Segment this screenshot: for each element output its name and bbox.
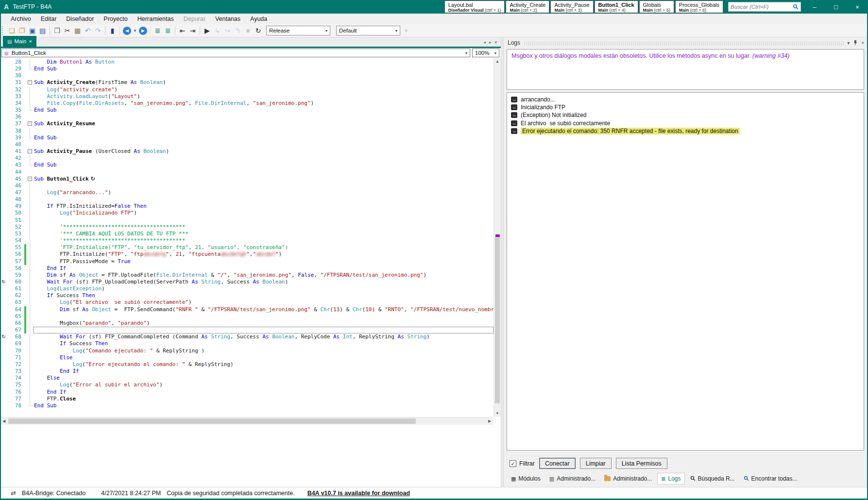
code-line[interactable]: 47 Log("arrancando...") xyxy=(0,189,494,196)
menu-editar[interactable]: Editar xyxy=(36,14,62,24)
code-editor[interactable]: 28 Dim Button1 As Button29End Sub3031−Su… xyxy=(0,58,501,487)
uncomment-icon[interactable]: ≣ xyxy=(163,25,173,36)
scroll-up-icon[interactable]: ▲ xyxy=(494,58,501,65)
code-line[interactable]: 61 Log(LastException) xyxy=(0,285,494,292)
code-line[interactable]: 38 xyxy=(0,128,494,134)
tab-main[interactable]: ▤ Main × xyxy=(3,36,36,47)
logs-button-lista-permisos[interactable]: Lista Permisos xyxy=(616,458,667,469)
code-line[interactable]: 67 xyxy=(0,327,494,333)
bottom-tab-administrado-[interactable]: ▥Administrado... xyxy=(546,473,599,484)
log-entry[interactable]: →Error ejecutando el comando: 350 RNFR a… xyxy=(511,127,860,135)
code-line[interactable]: ↻68 Wait For (sf) FTP_CommandCompleted (… xyxy=(0,333,494,340)
vertical-scroll-thumb[interactable] xyxy=(495,236,500,403)
code-line[interactable]: 59 Dim sf As Object = FTP.UploadFile(Fil… xyxy=(0,272,494,279)
code-line[interactable]: 43End Sub xyxy=(0,162,494,168)
code-line[interactable]: 75 Log("Error al subir el archivo") xyxy=(0,382,494,388)
navigate-forward-icon[interactable]: ▶ xyxy=(139,27,147,35)
horizontal-scrollbar[interactable]: ◀ ▶ xyxy=(0,417,494,425)
tab-scroll-right-icon[interactable]: ▸ xyxy=(489,40,492,45)
code-line[interactable]: 54 '************************************… xyxy=(0,237,494,244)
code-line[interactable]: 36 xyxy=(0,114,494,120)
code-line[interactable]: 58 End If xyxy=(0,265,494,272)
rebuild-icon[interactable]: ↻ xyxy=(253,25,263,36)
save-icon[interactable]: ▣ xyxy=(27,25,37,36)
code-line[interactable]: 48 xyxy=(0,196,494,203)
fold-marker[interactable]: − xyxy=(27,79,33,86)
stop-icon[interactable]: ■ xyxy=(243,25,253,36)
quick-tab-process-globals[interactable]: Process_GlobalsMain (ctrl + 6) xyxy=(675,0,723,13)
code-line[interactable]: 74 Else xyxy=(0,375,494,382)
code-line[interactable]: 41−Sub Activity_Pause (UserClosed As Boo… xyxy=(0,148,494,155)
maximize-button[interactable]: □ xyxy=(825,0,847,14)
save-all-icon[interactable]: ▤ xyxy=(37,25,48,36)
toolbar-overflow-icon[interactable]: ▿ xyxy=(403,25,409,36)
quick-tab-activity-pause[interactable]: Activity_PauseMain (ctrl + 3) xyxy=(550,0,593,13)
code-line[interactable]: 73 End If xyxy=(0,368,494,375)
menu-diseñador[interactable]: Diseñador xyxy=(61,14,99,24)
tab-scroll-left-icon[interactable]: ◂ xyxy=(483,40,486,45)
code-line[interactable]: 77 FTP.Close xyxy=(0,396,494,402)
code-line[interactable]: 49 If FTP.IsInitialized=False Then xyxy=(0,203,494,210)
scroll-down-icon[interactable]: ▼ xyxy=(494,410,501,417)
menu-herramientas[interactable]: Herramientas xyxy=(133,14,179,24)
code-line[interactable]: 39End Sub xyxy=(0,134,494,141)
navigate-back-icon[interactable]: ◀ xyxy=(123,27,131,35)
bottom-tab-b-squeda-r-[interactable]: Búsqueda R... xyxy=(687,473,738,484)
code-line[interactable]: 57 FTP.PassiveMode = True xyxy=(0,258,494,265)
code-line[interactable]: 56 FTP.Initialize("FTP", "ftpabcdefg", 2… xyxy=(0,251,494,258)
code-line[interactable]: 64 Dim sf As Object = FTP.SendCommand("R… xyxy=(0,306,494,313)
horizontal-scroll-thumb[interactable] xyxy=(8,418,416,424)
code-line[interactable]: 76 End If xyxy=(0,389,494,396)
code-line[interactable]: 44 xyxy=(0,169,494,176)
code-line[interactable]: 55 'FTP.Initialize("FTP", "tu_servidor_f… xyxy=(0,244,494,251)
code-line[interactable]: 72 Log("Error ejecutando el comando: " &… xyxy=(0,361,494,368)
code-line[interactable]: 45−Sub Button1_Click ↻ xyxy=(0,176,494,183)
menu-ventanas[interactable]: Ventanas xyxy=(210,14,245,24)
log-entry[interactable]: →(Exception) Not initialized xyxy=(511,111,860,119)
scroll-left-icon[interactable]: ◀ xyxy=(0,417,8,425)
open-file-icon[interactable]: ❐ xyxy=(17,25,27,36)
copy-icon[interactable]: ❒ xyxy=(52,25,62,36)
code-line[interactable]: ↻60 Wait For (sf) FTP_UploadCompleted(Se… xyxy=(0,279,494,285)
code-line[interactable]: 51 xyxy=(0,217,494,224)
quick-tab-button1-click[interactable]: Button1_ClickMain (ctrl + 4) xyxy=(595,0,638,13)
back-dropdown-icon[interactable]: ▾ xyxy=(132,25,138,36)
code-line[interactable]: 32 Log("activity create") xyxy=(0,86,494,93)
search-input[interactable] xyxy=(731,4,793,10)
build-config-combo[interactable]: Default▾ xyxy=(336,26,400,35)
code-line[interactable]: 50 Log("Inicializando FTP") xyxy=(0,210,494,217)
bottom-tab-encontrar-todas-[interactable]: Encontrar todas... xyxy=(740,473,801,484)
code-line[interactable]: 40 xyxy=(0,141,494,148)
code-line[interactable]: 42 xyxy=(0,155,494,162)
sub-selector-dropdown[interactable]: ◎ Button1_Click ▾ xyxy=(1,49,470,57)
release-combo[interactable]: Release▾ xyxy=(266,26,330,35)
code-line[interactable]: 63 Log("El archivo se subió correctament… xyxy=(0,299,494,306)
code-line[interactable]: 62 If Success Then xyxy=(0,292,494,299)
tab-list-icon[interactable]: ▾ xyxy=(494,40,497,45)
code-line[interactable]: 65 xyxy=(0,313,494,320)
code-line[interactable]: 71 Else xyxy=(0,354,494,361)
bookmark-icon[interactable]: ▮ xyxy=(107,25,118,36)
code-line[interactable]: 34 File.Copy(File.DirAssets, "san_jeroni… xyxy=(0,100,494,107)
code-line[interactable]: 66 Msgbox("parando", "parando") xyxy=(0,320,494,327)
quick-tab-activity-create[interactable]: Activity_CreateMain (ctrl + 2) xyxy=(506,0,549,13)
log-entry[interactable]: →El archivo se subió correctamente xyxy=(511,119,860,127)
undo-icon[interactable]: ↶ xyxy=(83,25,93,36)
paste-icon[interactable]: ▦ xyxy=(72,25,83,36)
logs-button-conectar[interactable]: Conectar xyxy=(539,458,576,469)
code-line[interactable]: 28 Dim Button1 As Button xyxy=(0,59,494,66)
code-line[interactable]: 53 '*** CAMBIA AQUÍ LOS DATOS DE TU FTP … xyxy=(0,231,494,237)
vertical-scrollbar[interactable]: ▲ ▼ xyxy=(494,58,501,417)
code-line[interactable]: 69 If Success Then xyxy=(0,340,494,347)
redo-icon[interactable]: ↷ xyxy=(93,25,103,36)
close-button[interactable]: × xyxy=(847,0,868,14)
pin-icon[interactable] xyxy=(853,40,858,46)
panel-close-icon[interactable]: × xyxy=(861,40,864,46)
log-list[interactable]: →arrancando...→Inicializando FTP→(Except… xyxy=(507,92,864,450)
menu-depurar[interactable]: Depurar xyxy=(179,14,210,24)
code-line[interactable]: 52 '************************************… xyxy=(0,224,494,231)
code-line[interactable]: 35End Sub xyxy=(0,107,494,114)
scroll-right-icon[interactable]: ▶ xyxy=(486,417,494,425)
code-line[interactable]: 30 xyxy=(0,72,494,79)
fold-marker[interactable]: − xyxy=(27,120,33,127)
